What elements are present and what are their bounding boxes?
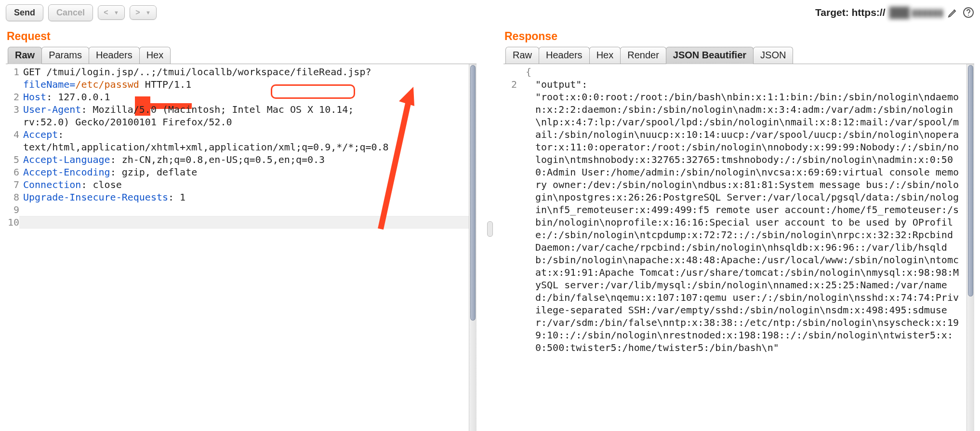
scrollbar-thumb[interactable] (470, 65, 476, 321)
response-scrollbar[interactable] (967, 64, 974, 431)
request-tab-hex[interactable]: Hex (139, 47, 171, 64)
response-tab-json[interactable]: JSON (753, 47, 793, 64)
response-tab-json-beautifier[interactable]: JSON Beautifier (666, 47, 754, 64)
next-button[interactable]: > ▼ (130, 5, 157, 20)
send-button[interactable]: Send (6, 4, 43, 21)
request-scrollbar[interactable] (469, 64, 477, 431)
response-panel: Response RawHeadersHexRenderJSON Beautif… (503, 27, 974, 431)
panel-splitter[interactable] (488, 27, 492, 431)
cancel-button[interactable]: Cancel (48, 4, 93, 21)
response-title: Response (504, 30, 974, 43)
request-tabs: RawParamsHeadersHex (6, 47, 477, 64)
request-gutter: 12345678910 (6, 64, 19, 431)
response-code[interactable]: {"output":"root:x:0:0:root:/root:/bin/ba… (517, 64, 967, 431)
response-tab-raw[interactable]: Raw (505, 47, 539, 64)
request-tab-params[interactable]: Params (41, 47, 89, 64)
response-tab-headers[interactable]: Headers (539, 47, 590, 64)
splitter-handle-icon[interactable] (487, 221, 493, 237)
response-tabs: RawHeadersHexRenderJSON BeautifierJSON (503, 47, 974, 64)
request-tab-headers[interactable]: Headers (89, 47, 140, 64)
target-prefix: Target: https:// (815, 7, 885, 18)
response-tab-hex[interactable]: Hex (589, 47, 621, 64)
request-code-area[interactable]: 12345678910 GET /tmui/login.jsp/..;/tmui… (6, 64, 477, 431)
main-split: Request RawParamsHeadersHex 12345678910 … (6, 27, 974, 431)
dropdown-caret-icon: ▼ (114, 10, 119, 15)
request-tab-raw[interactable]: Raw (8, 47, 42, 64)
response-code-area[interactable]: 2 {"output":"root:x:0:0:root:/root:/bin/… (503, 64, 974, 431)
help-icon[interactable] (963, 7, 974, 18)
chevron-left-icon: < (104, 8, 108, 17)
response-gutter: 2 (503, 64, 517, 431)
toolbar: Send Cancel < ▼ > ▼ Target: https:// ███… (6, 3, 974, 22)
request-title: Request (7, 30, 477, 43)
target-host-obscured: ███ ▮▮▮▮▮▮ (889, 7, 943, 18)
svg-point-1 (968, 15, 969, 16)
target-label: Target: https:// ███ ▮▮▮▮▮▮ (815, 7, 974, 18)
scrollbar-thumb[interactable] (968, 65, 973, 296)
edit-target-icon[interactable] (947, 7, 959, 18)
dropdown-caret-icon: ▼ (146, 10, 151, 15)
chevron-right-icon: > (135, 8, 140, 17)
prev-button[interactable]: < ▼ (98, 5, 125, 20)
request-code[interactable]: GET /tmui/login.jsp/..;/tmui/locallb/wor… (19, 64, 469, 431)
response-tab-render[interactable]: Render (620, 47, 666, 64)
request-panel: Request RawParamsHeadersHex 12345678910 … (6, 27, 477, 431)
